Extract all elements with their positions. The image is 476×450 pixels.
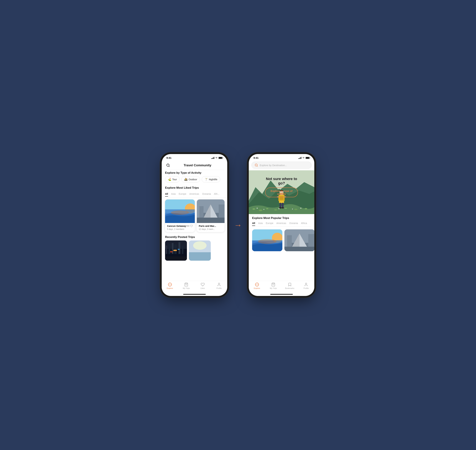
- nav-likes-1[interactable]: Likes: [194, 283, 211, 289]
- svg-point-42: [266, 208, 268, 209]
- tab-americas-2[interactable]: Americas: [276, 222, 286, 226]
- svg-rect-21: [168, 244, 170, 254]
- nightlife-icon: 🍸: [205, 178, 208, 181]
- trip-cancun-name: Cancun Getaway: [167, 225, 186, 227]
- compass-icon-2: [255, 283, 259, 287]
- svg-point-44: [284, 208, 287, 209]
- tab-all-2[interactable]: All: [252, 222, 255, 226]
- nav-profile-label-1: Profile: [217, 287, 222, 289]
- tab-europe-1[interactable]: Europe: [179, 193, 186, 197]
- chip-nightlife-label: Nightlife: [209, 178, 217, 181]
- svg-rect-20: [166, 246, 167, 254]
- chip-tour[interactable]: ⛳ Tour: [165, 176, 180, 183]
- popular-section: Explore Most Popular Trips All Asia Euro…: [249, 214, 314, 228]
- bag-icon-2: [271, 283, 275, 287]
- nav-explore-1[interactable]: Explore: [162, 283, 178, 289]
- heart-icon-cancun: [190, 225, 193, 227]
- time-2: 9:41: [253, 156, 259, 159]
- search-button-1[interactable]: [165, 162, 171, 168]
- popular-tabs: All Asia Europe Americas Oceania Africa: [252, 221, 311, 227]
- home-indicator-1: [183, 294, 206, 295]
- nav-profile-1[interactable]: Profile: [211, 283, 227, 289]
- svg-point-48: [264, 209, 264, 210]
- popular-card-1[interactable]: [252, 229, 282, 251]
- tab-all-1[interactable]: All: [165, 193, 168, 197]
- chip-tour-label: Tour: [172, 178, 177, 181]
- svg-rect-17: [197, 218, 224, 223]
- svg-point-82: [257, 284, 257, 285]
- person-icon-1: [217, 283, 221, 287]
- tab-asia-2[interactable]: Asia: [258, 222, 263, 226]
- signal-icon-1: [211, 157, 214, 159]
- tab-oceania-1[interactable]: Oceania: [202, 193, 211, 197]
- trip-card-paris-top: Paris and Mar...: [199, 225, 223, 227]
- recently-card-2[interactable]: [189, 240, 211, 261]
- wifi-icon-1: [215, 157, 218, 159]
- svg-rect-26: [173, 250, 177, 251]
- nav-bookmarks-label-2: Bookmarks: [285, 287, 294, 289]
- nav-profile-label-2: Profile: [304, 287, 309, 289]
- most-liked-title: Explore Most Liked Trips: [162, 185, 227, 191]
- chip-outdoor-label: Outdoor: [188, 178, 197, 181]
- battery-icon-2: [306, 157, 310, 159]
- hero-not-sure: Not sure where to go?: [265, 177, 298, 185]
- status-bar-1: 9:41: [162, 154, 227, 160]
- nav-mytrips-1[interactable]: My Trips: [178, 283, 195, 289]
- status-icons-1: [211, 157, 223, 159]
- trip-cancun-meta: 5 days, 2 members: [167, 228, 193, 230]
- svg-point-47: [257, 208, 258, 209]
- hero-overlay: Not sure where to go? Explore by type of…: [265, 177, 298, 197]
- screen-1: Travel Community Explore by Type of Acti…: [162, 160, 227, 296]
- svg-rect-29: [165, 256, 187, 261]
- tab-asia-1[interactable]: Asia: [171, 193, 176, 197]
- tab-europe-2[interactable]: Europe: [266, 222, 273, 226]
- phone-1: 9:41: [162, 154, 227, 296]
- search-bar[interactable]: Explore by Destination...: [252, 162, 312, 169]
- svg-rect-22: [172, 243, 173, 254]
- bottom-nav-2: Explore My Trips Bookmarks: [249, 281, 314, 294]
- svg-rect-79: [308, 234, 314, 247]
- svg-point-40: [253, 208, 255, 210]
- recently-card-1[interactable]: [165, 240, 187, 261]
- tab-americas-1[interactable]: Americas: [189, 193, 199, 197]
- trip-card-cancun[interactable]: Cancun Getaway 368 5 days, 2 members: [165, 199, 195, 232]
- heart-icon-nav-1: [201, 283, 205, 287]
- svg-rect-78: [284, 232, 287, 247]
- svg-rect-31: [189, 252, 211, 261]
- outdoor-icon: 🚵: [184, 178, 188, 181]
- person-icon-2: [304, 283, 308, 287]
- popular-title: Explore Most Popular Trips: [252, 216, 311, 221]
- svg-point-50: [292, 209, 293, 210]
- bottom-nav-1: Explore My Trips Likes: [162, 281, 227, 294]
- nav-mytrips-2[interactable]: My Trips: [265, 283, 282, 289]
- trip-card-paris-body: Paris and Mar... 12 days, 3 mem...: [197, 223, 224, 232]
- trip-card-paris[interactable]: Paris and Mar... 12 days, 3 mem...: [197, 199, 224, 232]
- most-liked-tabs: All Asia Europe Americas Oceania Afri...: [162, 191, 227, 197]
- svg-point-6: [171, 211, 189, 215]
- nav-explore-2[interactable]: Explore: [249, 283, 265, 289]
- svg-point-36: [218, 283, 220, 284]
- svg-rect-61: [282, 203, 283, 208]
- explore-activity-btn[interactable]: Explore by type of activity: [265, 188, 298, 197]
- chip-outdoor[interactable]: 🚵 Outdoor: [181, 176, 200, 183]
- popular-card-2[interactable]: [284, 229, 314, 251]
- svg-point-46: [305, 208, 307, 209]
- svg-rect-24: [178, 242, 180, 254]
- battery-icon-1: [218, 157, 223, 159]
- tour-icon: ⛳: [168, 178, 171, 181]
- trip-card-cancun-top: Cancun Getaway 368: [167, 225, 193, 227]
- nav-profile-2[interactable]: Profile: [298, 283, 314, 289]
- transition-arrow: →: [234, 220, 242, 230]
- tab-africa-1[interactable]: Afri...: [214, 193, 219, 197]
- svg-point-62: [279, 207, 282, 208]
- svg-point-32: [193, 241, 206, 250]
- status-icons-2: [298, 157, 310, 159]
- nav-explore-label-1: Explore: [167, 287, 173, 289]
- tab-oceania-2[interactable]: Oceania: [289, 222, 298, 226]
- tab-africa-2[interactable]: Africa: [301, 222, 307, 226]
- svg-rect-25: [182, 246, 183, 254]
- nav-bookmarks-2[interactable]: Bookmarks: [282, 283, 298, 289]
- chip-nightlife[interactable]: 🍸 Nightlife: [202, 176, 220, 183]
- svg-point-34: [170, 284, 170, 285]
- nav-explore-label-2: Explore: [254, 287, 260, 289]
